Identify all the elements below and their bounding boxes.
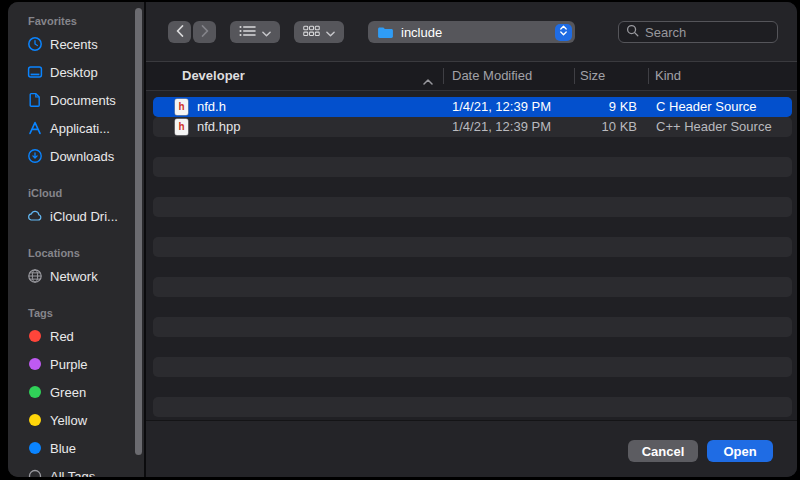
list-view-dropdown[interactable] (230, 21, 280, 43)
sidebar-scrollbar[interactable] (135, 8, 142, 455)
document-icon (26, 92, 43, 109)
group-view-dropdown[interactable] (294, 21, 344, 43)
sidebar-section-tags: Tags (8, 304, 144, 322)
column-header-date-modified[interactable]: Date Modified (452, 62, 532, 90)
chevron-right-icon (201, 25, 209, 40)
back-button[interactable] (168, 21, 191, 43)
search-icon (626, 23, 639, 41)
sort-ascending-icon (423, 73, 433, 88)
sidebar-item-label: Applicati... (50, 121, 110, 136)
empty-row (153, 357, 792, 377)
column-divider (648, 68, 649, 84)
desktop-icon (26, 64, 43, 81)
sidebar-item-documents[interactable]: Documents (8, 86, 144, 114)
up-down-chevrons-icon (559, 24, 568, 40)
sidebar-item-downloads[interactable]: Downloads (8, 142, 144, 170)
file-date: 1/4/21, 12:39 PM (452, 117, 551, 137)
tag-dot-green (29, 386, 41, 398)
c-header-file-icon: h (175, 99, 188, 115)
file-row-nfd-hpp[interactable]: h nfd.hpp 1/4/21, 12:39 PM 10 KB C++ Hea… (153, 117, 792, 137)
grid-view-icon (303, 25, 320, 40)
chevron-down-icon (326, 25, 335, 40)
empty-row (153, 157, 792, 177)
sidebar-item-label: Documents (50, 93, 116, 108)
sidebar-section-locations: Locations (8, 244, 144, 262)
sidebar-item-tag-green[interactable]: Green (8, 378, 144, 406)
sidebar-item-label: All Tags (50, 469, 95, 478)
sidebar-item-label: Red (50, 329, 74, 344)
file-size: 10 KB (574, 117, 637, 137)
empty-row (153, 177, 792, 197)
sidebar-item-label: Purple (50, 357, 88, 372)
sidebar-item-label: Yellow (50, 413, 87, 428)
folder-path-dropdown[interactable]: include (368, 21, 575, 43)
file-name: nfd.hpp (197, 117, 240, 137)
column-header-kind[interactable]: Kind (655, 62, 681, 90)
sidebar-section-favorites: Favorites (8, 12, 144, 30)
globe-icon (26, 268, 43, 285)
circle-outline-icon (26, 468, 43, 478)
sidebar-item-all-tags[interactable]: All Tags (8, 462, 144, 477)
open-button[interactable]: Open (707, 440, 773, 462)
sidebar-item-network[interactable]: Network (8, 262, 144, 290)
search-input[interactable] (645, 25, 770, 40)
tag-dot-red (29, 330, 41, 342)
sidebar-item-desktop[interactable]: Desktop (8, 58, 144, 86)
tag-dot-yellow (29, 414, 41, 426)
column-header-size[interactable]: Size (580, 62, 605, 90)
tag-dot-purple (29, 358, 41, 370)
toolbar: include (146, 2, 797, 61)
sidebar-item-label: iCloud Dri... (50, 209, 118, 224)
file-kind: C++ Header Source (656, 117, 772, 137)
download-circle-icon (26, 148, 43, 165)
screen: Favorites Recents Desktop Documents (0, 0, 800, 480)
column-divider (574, 68, 575, 84)
appstore-icon (26, 120, 43, 137)
empty-row (153, 217, 792, 237)
file-row-nfd-h[interactable]: h nfd.h 1/4/21, 12:39 PM 9 KB C Header S… (153, 97, 792, 117)
sidebar-item-label: Downloads (50, 149, 114, 164)
tag-dot-blue (29, 442, 41, 454)
cancel-button[interactable]: Cancel (628, 440, 698, 462)
main-panel: include Developer Date Modified Size (146, 2, 797, 477)
sidebar-item-label: Desktop (50, 65, 98, 80)
list-view-icon (239, 25, 256, 40)
sidebar-item-recents[interactable]: Recents (8, 30, 144, 58)
dialog-footer: Cancel Open (146, 420, 797, 477)
sidebar-item-tag-yellow[interactable]: Yellow (8, 406, 144, 434)
sidebar: Favorites Recents Desktop Documents (8, 2, 146, 477)
sidebar-item-label: Recents (50, 37, 98, 52)
file-list: h nfd.h 1/4/21, 12:39 PM 9 KB C Header S… (146, 91, 797, 420)
current-folder-label: include (401, 25, 548, 40)
column-divider (443, 68, 444, 84)
chevron-left-icon (176, 25, 184, 40)
empty-row (153, 337, 792, 357)
sidebar-item-tag-red[interactable]: Red (8, 322, 144, 350)
empty-row (153, 197, 792, 217)
sidebar-item-label: Green (50, 385, 86, 400)
file-date: 1/4/21, 12:39 PM (452, 97, 551, 117)
empty-row (153, 137, 792, 157)
sidebar-item-tag-blue[interactable]: Blue (8, 434, 144, 462)
cloud-icon (26, 208, 43, 225)
chevron-down-icon (262, 25, 271, 40)
folder-icon (377, 26, 394, 39)
column-header-name[interactable]: Developer (182, 62, 245, 90)
file-open-dialog: Favorites Recents Desktop Documents (8, 2, 797, 477)
empty-row (153, 377, 792, 397)
file-size: 9 KB (574, 97, 637, 117)
empty-row (153, 257, 792, 277)
sidebar-item-applications[interactable]: Applicati... (8, 114, 144, 142)
sidebar-item-icloud-drive[interactable]: iCloud Dri... (8, 202, 144, 230)
forward-button[interactable] (193, 21, 216, 43)
sidebar-item-label: Blue (50, 441, 76, 456)
folder-stepper-button[interactable] (555, 24, 572, 41)
sidebar-item-label: Network (50, 269, 98, 284)
empty-row (153, 277, 792, 297)
empty-row (153, 317, 792, 337)
cpp-header-file-icon: h (175, 119, 188, 135)
empty-row (153, 297, 792, 317)
nav-button-group (168, 21, 216, 43)
search-field[interactable] (618, 21, 778, 43)
sidebar-item-tag-purple[interactable]: Purple (8, 350, 144, 378)
